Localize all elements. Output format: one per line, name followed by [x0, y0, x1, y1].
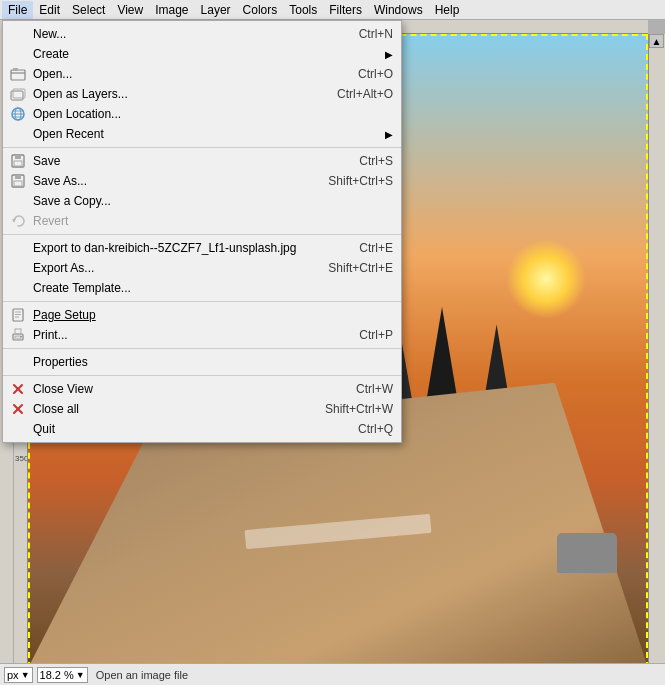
revert-icon	[9, 212, 27, 230]
menu-item-open-recent[interactable]: Open Recent ▶	[3, 124, 401, 144]
menu-item-open[interactable]: Open... Ctrl+O	[3, 64, 401, 84]
menu-item-quit[interactable]: Quit Ctrl+Q	[3, 419, 401, 439]
menu-item-print[interactable]: Print... Ctrl+P	[3, 325, 401, 345]
menubar-item-select[interactable]: Select	[66, 1, 111, 19]
menubar-item-windows[interactable]: Windows	[368, 1, 429, 19]
close-view-icon	[9, 380, 27, 398]
statusbar: px ▼ 18.2 % ▼ Open an image file	[0, 663, 665, 685]
menubar: File Edit Select View Image Layer Colors…	[0, 0, 665, 20]
menu-item-export[interactable]: Export to dan-kreibich--5ZCZF7_Lf1-unspl…	[3, 238, 401, 258]
menubar-item-filters[interactable]: Filters	[323, 1, 368, 19]
menu-item-close-view[interactable]: Close View Ctrl+W	[3, 379, 401, 399]
unit-dropdown-arrow[interactable]: ▼	[21, 670, 30, 680]
svg-rect-13	[15, 175, 21, 179]
svg-rect-11	[14, 161, 22, 166]
menubar-item-help[interactable]: Help	[429, 1, 466, 19]
separator-1	[3, 147, 401, 148]
separator-3	[3, 301, 401, 302]
svg-rect-21	[15, 329, 21, 334]
zoom-dropdown-arrow[interactable]: ▼	[76, 670, 85, 680]
status-message: Open an image file	[96, 669, 188, 681]
menu-item-save-copy[interactable]: Save a Copy...	[3, 191, 401, 211]
menu-item-open-layers[interactable]: Open as Layers... Ctrl+Alt+O	[3, 84, 401, 104]
close-all-icon	[9, 400, 27, 418]
scroll-up-button[interactable]: ▲	[649, 34, 664, 48]
menu-item-save[interactable]: Save Ctrl+S	[3, 151, 401, 171]
sun-element	[506, 239, 586, 319]
zoom-selector[interactable]: 18.2 % ▼	[37, 667, 88, 683]
separator-2	[3, 234, 401, 235]
menubar-item-edit[interactable]: Edit	[33, 1, 66, 19]
menubar-item-image[interactable]: Image	[149, 1, 194, 19]
menubar-item-file[interactable]: File	[2, 1, 33, 19]
open-layers-icon	[9, 85, 27, 103]
save-as-icon	[9, 172, 27, 190]
globe-icon	[9, 105, 27, 123]
scrollbar-vertical[interactable]: ▲	[648, 34, 665, 668]
menu-item-close-all[interactable]: Close all Shift+Ctrl+W	[3, 399, 401, 419]
menu-item-open-location[interactable]: Open Location...	[3, 104, 401, 124]
menu-item-save-as[interactable]: Save As... Shift+Ctrl+S	[3, 171, 401, 191]
menu-item-create[interactable]: Create ▶	[3, 44, 401, 64]
svg-rect-10	[15, 155, 21, 159]
save-icon	[9, 152, 27, 170]
page-setup-icon	[9, 306, 27, 324]
separator-5	[3, 375, 401, 376]
menubar-item-tools[interactable]: Tools	[283, 1, 323, 19]
file-menu: New... Ctrl+N Create ▶ Open... Ctrl+O Op…	[2, 20, 402, 443]
car-element	[557, 533, 617, 573]
print-icon	[9, 326, 27, 344]
menu-item-properties[interactable]: Properties	[3, 352, 401, 372]
menubar-item-layer[interactable]: Layer	[195, 1, 237, 19]
menu-item-create-template[interactable]: Create Template...	[3, 278, 401, 298]
svg-rect-0	[11, 70, 25, 80]
menu-item-export-as[interactable]: Export As... Shift+Ctrl+E	[3, 258, 401, 278]
svg-rect-1	[13, 68, 18, 71]
menu-item-new[interactable]: New... Ctrl+N	[3, 24, 401, 44]
open-icon	[9, 65, 27, 83]
menubar-item-view[interactable]: View	[111, 1, 149, 19]
menu-item-revert[interactable]: Revert	[3, 211, 401, 231]
menubar-item-colors[interactable]: Colors	[237, 1, 284, 19]
svg-marker-15	[12, 219, 16, 223]
menu-item-page-setup[interactable]: Page Setup	[3, 305, 401, 325]
unit-selector[interactable]: px ▼	[4, 667, 33, 683]
svg-rect-14	[14, 181, 22, 186]
svg-point-23	[20, 336, 22, 338]
svg-rect-22	[15, 336, 21, 339]
separator-4	[3, 348, 401, 349]
